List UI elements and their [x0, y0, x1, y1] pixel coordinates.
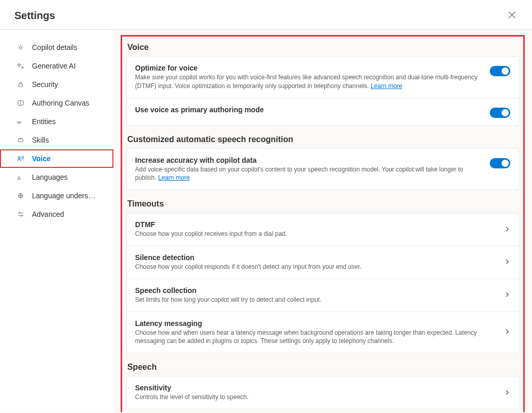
sidebar-item-label: Skills	[32, 136, 49, 144]
dtmf-row[interactable]: DTMF Choose how your copilot receives in…	[127, 213, 519, 246]
sensitivity-desc: Controls the level of sensitivity to spe…	[135, 393, 496, 402]
sidebar-item-label: Entities	[32, 117, 56, 126]
primary-authoring-title: Use voice as primary authoring mode	[135, 106, 481, 114]
silence-title: Silence detection	[135, 253, 496, 262]
accuracy-toggle[interactable]	[490, 158, 510, 168]
silence-row[interactable]: Silence detection Choose how your copilo…	[127, 246, 519, 279]
settings-sidebar: Copilot details Generative AI Security A…	[0, 30, 113, 412]
languages-icon: あ	[16, 173, 25, 181]
dtmf-desc: Choose how your copilot receives input f…	[135, 230, 496, 238]
chevron-right-icon	[504, 388, 510, 398]
section-title-speech: Speech	[126, 363, 519, 372]
sidebar-item-security[interactable]: Security	[0, 75, 113, 94]
latency-desc: Choose how and when users hear a latency…	[135, 329, 496, 346]
sidebar-item-authoring-canvas[interactable]: Authoring Canvas	[0, 94, 113, 112]
sparkle-icon	[16, 62, 25, 70]
svg-point-10	[19, 212, 21, 214]
speech-collection-title: Speech collection	[135, 286, 496, 295]
lock-icon	[16, 80, 25, 89]
timeouts-card: DTMF Choose how your copilot receives in…	[126, 213, 519, 353]
sidebar-item-generative-ai[interactable]: Generative AI	[0, 57, 113, 75]
accuracy-row: Increase accuracy with copilot data Add …	[127, 149, 519, 190]
speech-collection-desc: Set limits for how long your copilot wil…	[135, 296, 496, 304]
optimize-learn-more-link[interactable]: Learn more	[371, 82, 402, 90]
primary-authoring-toggle[interactable]	[490, 108, 510, 118]
svg-rect-5	[19, 139, 23, 142]
sidebar-item-label: Authoring Canvas	[32, 99, 89, 107]
voice-card: Optimize for voice Make sure your copilo…	[126, 56, 519, 126]
settings-main: Voice Optimize for voice Make sure your …	[113, 30, 532, 412]
svg-point-12	[21, 215, 22, 216]
close-icon	[508, 12, 516, 20]
settings-title: Settings	[14, 10, 55, 22]
speech-card: Sensitivity Controls the level of sensit…	[126, 376, 519, 409]
latency-title: Latency messaging	[135, 319, 496, 328]
sidebar-item-entities[interactable]: ab Entities	[0, 112, 113, 131]
sidebar-item-label: Language understandi…	[32, 192, 97, 200]
sidebar-item-label: Voice	[32, 154, 51, 163]
svg-point-6	[18, 157, 20, 159]
sidebar-item-languages[interactable]: あ Languages	[0, 168, 113, 186]
chevron-right-icon	[504, 328, 510, 337]
highlighted-region: Voice Optimize for voice Make sure your …	[121, 35, 525, 412]
speech-collection-row[interactable]: Speech collection Set limits for how lon…	[127, 279, 519, 312]
sensitivity-row[interactable]: Sensitivity Controls the level of sensit…	[127, 376, 519, 409]
sidebar-item-copilot-details[interactable]: Copilot details	[0, 38, 113, 57]
sidebar-item-label: Generative AI	[32, 62, 76, 70]
optimize-for-voice-row: Optimize for voice Make sure your copilo…	[127, 57, 519, 98]
section-title-asr: Customized automatic speech recognition	[126, 135, 519, 144]
accuracy-learn-more-link[interactable]: Learn more	[158, 174, 190, 181]
settings-header: Settings	[0, 0, 532, 30]
section-title-voice: Voice	[126, 43, 519, 52]
skills-icon	[16, 136, 25, 144]
sidebar-item-advanced[interactable]: Advanced	[0, 205, 113, 223]
sidebar-item-label: Security	[32, 80, 58, 89]
accuracy-desc: Add voice-specific data based on your co…	[135, 165, 481, 183]
sidebar-item-voice[interactable]: Voice	[0, 149, 113, 168]
language-understanding-icon	[16, 192, 25, 200]
svg-point-0	[20, 46, 22, 48]
sidebar-item-skills[interactable]: Skills	[0, 131, 113, 149]
sensitivity-title: Sensitivity	[135, 384, 496, 392]
dtmf-title: DTMF	[135, 220, 496, 229]
sidebar-item-label: Languages	[32, 173, 68, 181]
chevron-right-icon	[504, 290, 510, 300]
gear-icon	[16, 43, 25, 51]
latency-row[interactable]: Latency messaging Choose how and when us…	[127, 312, 519, 353]
section-title-timeouts: Timeouts	[126, 199, 519, 209]
svg-text:あ: あ	[17, 176, 21, 180]
sidebar-item-language-understanding[interactable]: Language understandi…	[0, 186, 113, 205]
optimize-title: Optimize for voice	[135, 64, 481, 72]
chevron-right-icon	[504, 257, 510, 267]
sidebar-item-label: Copilot details	[32, 43, 77, 51]
close-button[interactable]	[506, 9, 518, 22]
voice-icon	[16, 154, 25, 163]
svg-rect-1	[19, 84, 23, 87]
sliders-icon	[16, 210, 25, 218]
entities-icon: ab	[16, 117, 25, 126]
canvas-icon	[16, 99, 25, 107]
sidebar-item-label: Advanced	[32, 210, 64, 218]
chevron-right-icon	[504, 225, 510, 234]
optimize-desc: Make sure your copilot works for you wit…	[135, 73, 481, 91]
accuracy-title: Increase accuracy with copilot data	[135, 156, 481, 164]
silence-desc: Choose how your copilot responds if it d…	[135, 263, 496, 271]
optimize-desc-text: Make sure your copilot works for you wit…	[135, 74, 477, 90]
svg-text:ab: ab	[17, 120, 22, 125]
asr-card: Increase accuracy with copilot data Add …	[126, 148, 519, 191]
optimize-toggle[interactable]	[490, 66, 510, 76]
primary-authoring-row: Use voice as primary authoring mode	[127, 98, 519, 125]
